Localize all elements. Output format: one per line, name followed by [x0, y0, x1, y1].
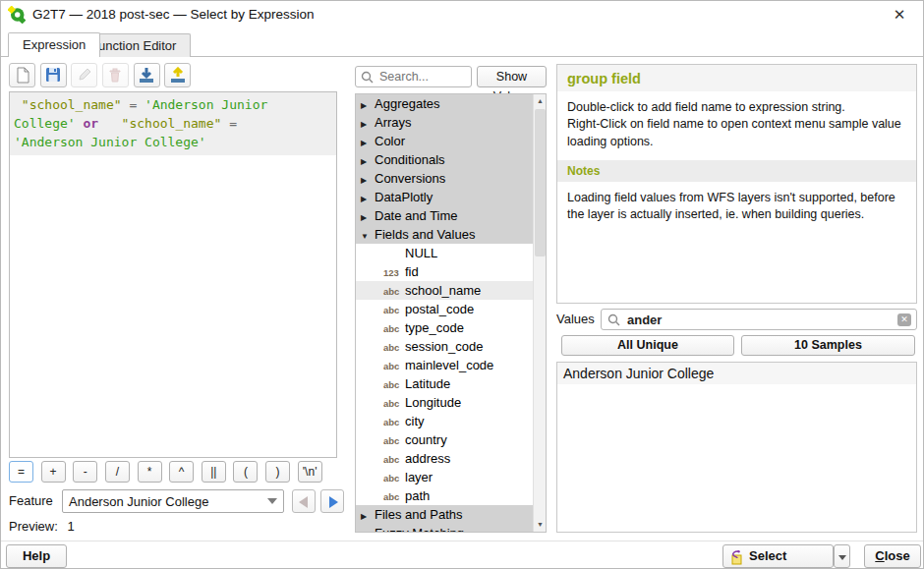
import-expression-button[interactable] [134, 63, 160, 87]
tree-item-mainlevel-code[interactable]: abcmainlevel_code [356, 356, 546, 374]
close-button[interactable]: Close [864, 544, 921, 568]
tree-item-fid[interactable]: 123fid [356, 262, 546, 281]
tree-group-fuzzy-matching[interactable]: ▶Fuzzy Matching [356, 524, 546, 533]
string-token: College' [14, 116, 76, 131]
values-search-input[interactable] [627, 311, 883, 328]
tree-item-layer[interactable]: abclayer [356, 468, 546, 486]
op-power-button[interactable]: ^ [169, 461, 194, 483]
tree-scrollbar[interactable]: ▲ ▼ [533, 94, 546, 532]
edit-expression-button[interactable] [71, 63, 97, 87]
select-features-button[interactable]: Select Features [722, 544, 834, 568]
values-label: Values [556, 312, 595, 326]
function-search-input[interactable] [379, 68, 468, 85]
close-window-icon[interactable]: ✕ [890, 5, 909, 25]
text-field-icon: abc [383, 338, 405, 357]
tree-group-aggregates[interactable]: ▶Aggregates [356, 94, 546, 113]
tree-item-postal-code[interactable]: abcpostal_code [356, 300, 546, 318]
tree-group-date-and-time[interactable]: ▶Date and Time [356, 206, 546, 225]
values-search-box[interactable]: ✕ [601, 309, 917, 330]
chevron-down-icon [838, 555, 846, 560]
tree-item-session-code[interactable]: abcsession_code [356, 337, 546, 356]
text-field-icon: abc [383, 394, 405, 413]
tree-item-path[interactable]: abcpath [356, 486, 546, 505]
preview-row: Preview: 1 [9, 519, 75, 534]
clear-search-icon[interactable]: ✕ [897, 313, 911, 326]
preview-value: 1 [67, 519, 74, 534]
function-tree[interactable]: ▶Aggregates ▶Arrays ▶Color ▶Conditionals… [355, 93, 547, 533]
export-expression-button[interactable] [164, 63, 191, 87]
scrollbar-thumb[interactable] [535, 109, 546, 256]
tree-group-files-and-paths[interactable]: ▶Files and Paths [356, 505, 546, 524]
text-field-icon: abc [383, 469, 405, 487]
text-field-icon: abc [383, 450, 405, 469]
tab-expression[interactable]: Expression [8, 32, 100, 57]
text-field-icon: abc [383, 375, 405, 394]
op-concat-button[interactable]: || [202, 461, 226, 483]
op-divide-button[interactable]: / [105, 461, 130, 483]
tree-item-school-name[interactable]: abcschool_name [356, 281, 546, 300]
op-close-paren-button[interactable]: ) [265, 461, 290, 483]
text-field-icon: abc [383, 301, 405, 319]
text-field-icon: abc [383, 413, 405, 431]
text-field-icon: abc [383, 282, 405, 301]
save-icon [45, 67, 61, 83]
tree-group-arrays[interactable]: ▶Arrays [356, 113, 546, 132]
help-body: Double-click to add field name to expres… [557, 91, 916, 160]
tree-item-longitude[interactable]: abcLongitude [356, 393, 546, 412]
text-field-icon: abc [383, 319, 405, 338]
op-open-paren-button[interactable]: ( [233, 461, 258, 483]
expression-editor[interactable]: "school_name" = 'Anderson Junior College… [9, 91, 337, 458]
op-plus-button[interactable]: + [41, 461, 66, 483]
tree-group-conversions[interactable]: ▶Conversions [356, 169, 546, 188]
all-unique-button[interactable]: All Unique [561, 335, 734, 356]
operator-button-row: = + - / * ^ || ( ) '\n' [9, 461, 326, 484]
next-feature-button[interactable] [320, 489, 344, 513]
text-field-icon: abc [383, 431, 405, 450]
ten-samples-button[interactable]: 10 Samples [741, 335, 915, 356]
op-minus-button[interactable]: - [73, 461, 97, 483]
tree-group-color[interactable]: ▶Color [356, 132, 546, 150]
op-multiply-button[interactable]: * [138, 461, 162, 483]
notes-body: Loading field values from WFS layers isn… [557, 182, 916, 234]
tree-item-city[interactable]: abccity [356, 412, 546, 430]
tree-item-null[interactable]: NULL [356, 244, 546, 262]
op-newline-button[interactable]: '\n' [298, 461, 322, 483]
feature-combobox[interactable]: Anderson Junior College [62, 489, 284, 513]
help-title: group field [557, 65, 916, 91]
tree-item-type-code[interactable]: abctype_code [356, 318, 546, 337]
scroll-up-icon[interactable]: ▲ [534, 94, 547, 108]
value-list-item[interactable]: Anderson Junior College [557, 363, 916, 384]
help-body-line2: Right-Click on field name to open contex… [567, 116, 906, 150]
delete-expression-button[interactable] [102, 63, 129, 87]
function-search-box[interactable] [355, 66, 472, 87]
expression-toolbar [9, 63, 192, 88]
previous-feature-button[interactable] [292, 489, 316, 513]
help-body-line1: Double-click to add field name to expres… [567, 99, 906, 116]
op-equals-button[interactable]: = [9, 461, 33, 483]
tree-group-conditionals[interactable]: ▶Conditionals [356, 150, 546, 169]
chevron-right-icon: ▶ [361, 526, 375, 533]
title-bar: G2T7 — 2018 post-sec — Select by Express… [1, 1, 923, 28]
new-expression-button[interactable] [9, 63, 35, 87]
tree-group-dataplotly[interactable]: ▶DataPlotly [356, 188, 546, 206]
notes-title: Notes [557, 160, 916, 182]
tree-item-country[interactable]: abccountry [356, 430, 546, 449]
feature-combobox-value: Anderson Junior College [69, 494, 208, 509]
text-field-icon: abc [383, 357, 405, 375]
expression-text: "school_name" = 'Anderson Junior College… [10, 92, 336, 155]
tree-group-fields-and-values[interactable]: ▼Fields and Values [356, 225, 546, 244]
integer-field-icon: 123 [383, 263, 405, 282]
tree-item-latitude[interactable]: abcLatitude [356, 374, 546, 393]
save-expression-button[interactable] [40, 63, 67, 87]
values-list[interactable]: Anderson Junior College [556, 362, 917, 533]
tree-item-address[interactable]: abcaddress [356, 449, 546, 468]
select-features-dropdown-button[interactable] [834, 544, 850, 568]
pencil-icon [77, 67, 92, 83]
help-button[interactable]: Help [6, 544, 67, 568]
search-icon [607, 313, 620, 326]
field-token: "school_name" [14, 97, 122, 112]
scroll-down-icon[interactable]: ▼ [534, 518, 547, 532]
show-values-button[interactable]: Show Values [477, 66, 547, 87]
window-title: G2T7 — 2018 post-sec — Select by Express… [32, 7, 315, 22]
left-triangle-icon [299, 496, 308, 508]
